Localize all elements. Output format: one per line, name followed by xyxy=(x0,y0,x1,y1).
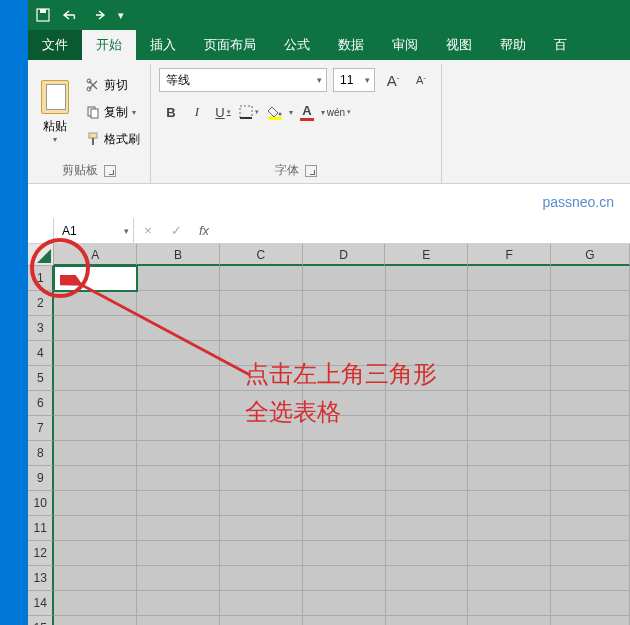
fx-button[interactable]: fx xyxy=(190,223,218,238)
save-icon[interactable] xyxy=(36,8,50,22)
cell-B14[interactable] xyxy=(137,591,220,616)
tab-help[interactable]: 帮助 xyxy=(486,30,540,60)
cell-A12[interactable] xyxy=(54,541,137,566)
cell-B15[interactable] xyxy=(137,616,220,625)
row-header-6[interactable]: 6 xyxy=(28,391,54,416)
cell-A15[interactable] xyxy=(54,616,137,625)
cell-B1[interactable] xyxy=(137,266,220,291)
font-name-select[interactable]: 等线▾ xyxy=(159,68,327,92)
cell-A2[interactable] xyxy=(54,291,137,316)
cell-G5[interactable] xyxy=(551,366,630,391)
clipboard-launcher[interactable] xyxy=(104,165,116,177)
row-header-14[interactable]: 14 xyxy=(28,591,54,616)
format-painter-button[interactable]: 格式刷 xyxy=(82,127,144,152)
row-header-3[interactable]: 3 xyxy=(28,316,54,341)
cell-G12[interactable] xyxy=(551,541,630,566)
cell-D5[interactable] xyxy=(303,366,386,391)
row-header-11[interactable]: 11 xyxy=(28,516,54,541)
cell-G13[interactable] xyxy=(551,566,630,591)
cell-E14[interactable] xyxy=(386,591,469,616)
cell-F5[interactable] xyxy=(468,366,551,391)
phonetic-button[interactable]: wén▾ xyxy=(327,100,351,124)
cell-A11[interactable] xyxy=(54,516,137,541)
row-header-1[interactable]: 1 xyxy=(28,266,54,291)
cell-E4[interactable] xyxy=(386,341,469,366)
cell-F10[interactable] xyxy=(468,491,551,516)
cut-button[interactable]: 剪切 xyxy=(82,73,144,98)
cell-C9[interactable] xyxy=(220,466,303,491)
cell-A7[interactable] xyxy=(54,416,137,441)
row-header-10[interactable]: 10 xyxy=(28,491,54,516)
row-header-7[interactable]: 7 xyxy=(28,416,54,441)
column-header-B[interactable]: B xyxy=(137,244,220,266)
row-header-8[interactable]: 8 xyxy=(28,441,54,466)
cell-B7[interactable] xyxy=(137,416,220,441)
cell-B4[interactable] xyxy=(137,341,220,366)
cell-C13[interactable] xyxy=(220,566,303,591)
cell-F14[interactable] xyxy=(468,591,551,616)
cell-E2[interactable] xyxy=(386,291,469,316)
row-header-15[interactable]: 15 xyxy=(28,616,54,625)
cell-E6[interactable] xyxy=(386,391,469,416)
cell-B9[interactable] xyxy=(137,466,220,491)
cell-A6[interactable] xyxy=(54,391,137,416)
row-header-4[interactable]: 4 xyxy=(28,341,54,366)
font-size-select[interactable]: 11▾ xyxy=(333,68,375,92)
cell-F7[interactable] xyxy=(468,416,551,441)
cell-D13[interactable] xyxy=(303,566,386,591)
cell-D8[interactable] xyxy=(303,441,386,466)
tab-review[interactable]: 审阅 xyxy=(378,30,432,60)
cell-D7[interactable] xyxy=(303,416,386,441)
column-header-G[interactable]: G xyxy=(551,244,630,266)
cell-G2[interactable] xyxy=(551,291,630,316)
cell-A8[interactable] xyxy=(54,441,137,466)
cell-C7[interactable] xyxy=(220,416,303,441)
fill-color-dd[interactable]: ▾ xyxy=(289,108,293,117)
cell-C10[interactable] xyxy=(220,491,303,516)
undo-icon[interactable] xyxy=(62,9,80,21)
row-header-9[interactable]: 9 xyxy=(28,466,54,491)
cell-A14[interactable] xyxy=(54,591,137,616)
cell-G1[interactable] xyxy=(551,266,630,291)
column-header-A[interactable]: A xyxy=(54,244,137,266)
copy-button[interactable]: 复制 ▾ xyxy=(82,100,144,125)
cell-C4[interactable] xyxy=(220,341,303,366)
cell-F4[interactable] xyxy=(468,341,551,366)
cancel-button[interactable]: × xyxy=(134,223,162,238)
column-header-F[interactable]: F xyxy=(468,244,551,266)
bold-button[interactable]: B xyxy=(159,100,183,124)
cell-E11[interactable] xyxy=(386,516,469,541)
cell-C8[interactable] xyxy=(220,441,303,466)
cell-E13[interactable] xyxy=(386,566,469,591)
column-header-D[interactable]: D xyxy=(303,244,386,266)
cell-D6[interactable] xyxy=(303,391,386,416)
cell-E8[interactable] xyxy=(386,441,469,466)
cell-F12[interactable] xyxy=(468,541,551,566)
cell-D3[interactable] xyxy=(303,316,386,341)
font-launcher[interactable] xyxy=(305,165,317,177)
cell-F1[interactable] xyxy=(468,266,551,291)
tab-view[interactable]: 视图 xyxy=(432,30,486,60)
cell-G4[interactable] xyxy=(551,341,630,366)
cell-A9[interactable] xyxy=(54,466,137,491)
cell-G9[interactable] xyxy=(551,466,630,491)
font-color-button[interactable]: A xyxy=(295,100,319,124)
formula-input[interactable] xyxy=(218,224,630,238)
cell-B6[interactable] xyxy=(137,391,220,416)
qat-more[interactable]: ▾ xyxy=(118,9,124,22)
column-header-C[interactable]: C xyxy=(220,244,303,266)
cell-E7[interactable] xyxy=(386,416,469,441)
tab-home[interactable]: 开始 xyxy=(82,30,136,60)
cell-E15[interactable] xyxy=(386,616,469,625)
cell-C3[interactable] xyxy=(220,316,303,341)
cell-G15[interactable] xyxy=(551,616,630,625)
cell-G7[interactable] xyxy=(551,416,630,441)
tab-data[interactable]: 数据 xyxy=(324,30,378,60)
namebox-dd-icon[interactable]: ▾ xyxy=(124,226,129,236)
cell-C6[interactable] xyxy=(220,391,303,416)
select-all-triangle[interactable] xyxy=(28,244,54,266)
cell-B8[interactable] xyxy=(137,441,220,466)
row-header-2[interactable]: 2 xyxy=(28,291,54,316)
cell-B10[interactable] xyxy=(137,491,220,516)
cell-B5[interactable] xyxy=(137,366,220,391)
